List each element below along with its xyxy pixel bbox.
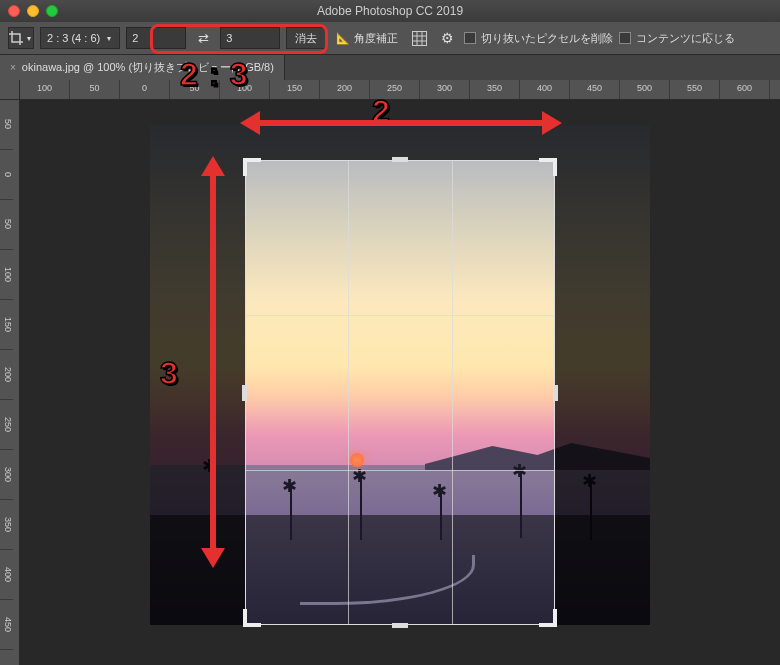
vertical-ruler: 50 0 50 100 150 200 250 300 350 400 450 … [0,100,20,665]
crop-height-input[interactable] [220,27,280,49]
document-tab[interactable]: × okinawa.jpg @ 100% (切り抜きプレビュー, RGB/8) [0,55,285,80]
horizontal-ruler: 100 50 0 50 100 150 200 250 300 350 400 … [20,80,780,100]
window-controls [8,5,58,17]
crop-region[interactable] [245,160,555,625]
delete-pixels-label: 切り抜いたピクセルを削除 [481,31,613,46]
crop-preview [245,160,555,625]
crop-handle-tr[interactable] [539,158,557,176]
crop-handle-bottom[interactable] [392,623,408,628]
chevron-down-icon: ▾ [105,34,113,42]
svg-rect-0 [412,31,426,45]
crop-options-gear-icon[interactable]: ⚙ [436,27,458,49]
ruler-corner [0,80,20,100]
swap-dimensions-button[interactable]: ⇄ [192,27,214,49]
app-title: Adobe Photoshop CC 2019 [317,4,463,18]
content-aware-option[interactable]: コンテンツに応じる [619,31,735,46]
checkbox-icon [464,32,476,44]
straighten-icon: 📐 [336,32,350,45]
annotation-height-arrow [210,162,216,562]
aspect-ratio-preset[interactable]: 2 : 3 (4 : 6) ▾ [40,27,120,49]
crop-tool-icon[interactable]: ▾ [8,27,34,49]
crop-handle-top[interactable] [392,157,408,162]
crop-handle-br[interactable] [539,609,557,627]
workspace: 100 50 0 50 100 150 200 250 300 350 400 … [0,80,780,665]
content-aware-label: コンテンツに応じる [636,31,735,46]
document-tabs: × okinawa.jpg @ 100% (切り抜きプレビュー, RGB/8) [0,55,780,80]
tab-filename: okinawa.jpg @ 100% (切り抜きプレビュー, RGB/8) [22,60,274,75]
close-window-button[interactable] [8,5,20,17]
aspect-ratio-value: 2 : 3 (4 : 6) [47,32,100,44]
grid-overlay-button[interactable] [408,27,430,49]
maximize-window-button[interactable] [46,5,58,17]
crop-handle-tl[interactable] [243,158,261,176]
window-titlebar: Adobe Photoshop CC 2019 [0,0,780,22]
minimize-window-button[interactable] [27,5,39,17]
crop-handle-right[interactable] [553,385,558,401]
crop-handle-left[interactable] [242,385,247,401]
straighten-button[interactable]: 📐 角度補正 [332,27,402,49]
crop-handle-bl[interactable] [243,609,261,627]
chevron-down-icon: ▾ [25,34,33,42]
canvas[interactable] [20,100,780,665]
close-tab-icon[interactable]: × [10,62,16,73]
crop-options-bar: ▾ 2 : 3 (4 : 6) ▾ ⇄ 消去 📐 角度補正 ⚙ 切り抜いたピクセ… [0,22,780,55]
straighten-label: 角度補正 [354,31,398,46]
delete-cropped-pixels-option[interactable]: 切り抜いたピクセルを削除 [464,31,613,46]
annotation-width-arrow [246,120,556,126]
clear-button[interactable]: 消去 [286,27,326,49]
checkbox-icon [619,32,631,44]
crop-width-input[interactable] [126,27,186,49]
